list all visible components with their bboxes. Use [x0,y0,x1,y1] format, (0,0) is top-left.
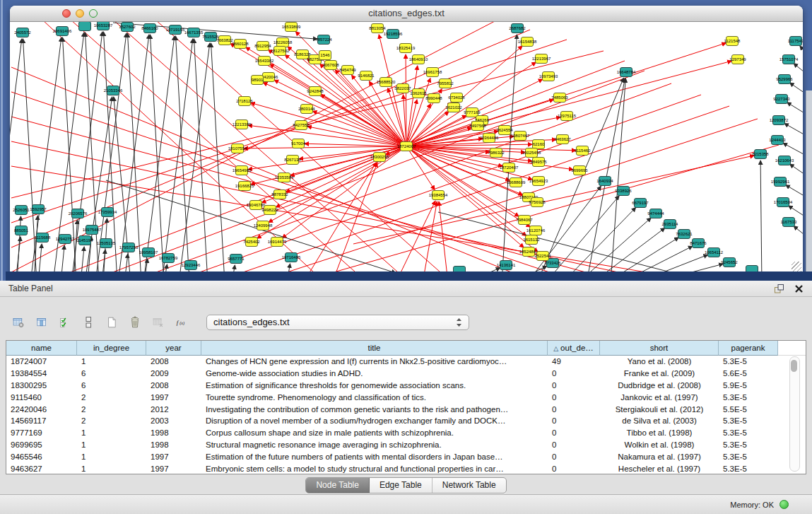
graph-node[interactable]: 12093872 [770,116,789,125]
tab-node-table[interactable]: Node Table [306,478,370,493]
graph-node[interactable]: 9338926 [615,187,632,196]
table-cell[interactable]: 1 [77,451,146,463]
table-cell[interactable]: Jankovic et al. (1997) [600,392,719,404]
graph-node[interactable]: 1615132 [523,235,540,245]
table-cell[interactable]: 5.3E-5 [719,392,778,404]
graph-node[interactable]: 10719155 [166,25,185,35]
graph-node[interactable]: 10688609 [507,178,526,187]
table-cell[interactable]: 2008 [146,380,201,392]
table-row[interactable]: 1456911722003Disruption of a novel membe… [6,415,806,427]
graph-node[interactable]: 18127502 [271,47,290,56]
graph-node[interactable]: 9245652 [721,258,738,267]
table-cell[interactable]: Yano et al. (2008) [600,356,719,368]
graph-node[interactable]: 8215358 [752,150,769,159]
graph-node[interactable]: 9146821 [358,71,375,81]
graph-node[interactable]: 15751074 [779,55,799,64]
table-cell[interactable]: Stergiakouli et al. (2012) [600,404,719,416]
graph-node[interactable]: 16543382 [255,57,274,66]
table-cell[interactable]: 1997 [146,463,201,475]
graph-node[interactable]: 1297349 [729,55,746,64]
graph-node[interactable]: 2935114 [662,220,679,229]
graph-node[interactable]: 9699695 [571,166,588,175]
graph-node[interactable]: 62160 [533,140,546,149]
table-cell[interactable]: Tibbo et al. (1998) [600,427,719,439]
table-cell[interactable]: 2009 [146,368,201,380]
column-header-in_degree[interactable]: in_degree [77,341,146,356]
delete-table-icon[interactable] [148,313,168,332]
graph-node[interactable]: 9242848 [307,87,324,96]
table-cell[interactable]: 49 [548,356,600,368]
graph-node[interactable]: 19716485 [282,253,301,262]
table-cell[interactable]: Corpus callosum shape and size in male p… [201,427,548,439]
graph-node[interactable]: 1546 [319,51,331,60]
graph-node[interactable]: 1640934 [596,177,613,186]
graph-node[interactable]: 6734028 [448,93,465,103]
column-header-year[interactable]: year [146,341,201,356]
table-cell[interactable]: 18724007 [6,356,77,368]
graph-node[interactable]: 8454749 [339,66,356,75]
network-view-window[interactable]: citations_edges.txt 24055722069140610653… [10,6,803,273]
table-cell[interactable]: 0 [548,463,600,475]
graph-node[interactable]: 17016504 [774,198,793,207]
column-header-short[interactable]: short [600,341,719,356]
table-cell[interactable]: 0 [548,368,600,380]
table-row[interactable]: 1830029562008Estimation of significance … [6,380,806,392]
graph-node[interactable]: 1145194 [77,236,94,245]
table-cell[interactable]: 19384554 [6,368,77,380]
table-cell[interactable]: 1997 [146,392,201,404]
table-cell[interactable]: 9465546 [6,451,77,463]
graph-node[interactable]: 2718126 [236,97,253,106]
graph-node[interactable]: 8990448 [425,94,442,103]
window-resize-grip[interactable] [792,262,801,271]
table-cell[interactable]: 2012 [146,404,201,416]
table-cell[interactable]: 0 [548,415,600,427]
graph-node[interactable]: 16120746 [526,226,546,235]
graph-node[interactable]: 9463627 [554,135,571,144]
table-mode-icon[interactable] [8,313,28,332]
graph-node[interactable]: 917004 [291,139,306,148]
scrollbar-thumb[interactable] [791,360,797,372]
float-panel-icon[interactable] [774,284,784,294]
table-cell[interactable]: 0 [548,392,600,404]
network-table-selector[interactable]: citations_edges.txt [206,315,469,330]
toggle-rows-icon[interactable] [78,313,98,332]
graph-node[interactable]: 9474444 [647,209,664,218]
graph-node[interactable]: 7857224 [315,35,332,45]
table-cell[interactable]: 1998 [146,427,201,439]
graph-node[interactable]: 2526051 [13,206,30,215]
table-cell[interactable]: 2 [77,415,146,427]
table-cell[interactable]: 0 [548,404,600,416]
table-cell[interactable]: 0 [548,451,600,463]
graph-node[interactable]: 1244413 [769,136,786,145]
table-cell[interactable]: 9777169 [6,427,77,439]
graph-node[interactable]: 885051 [14,226,29,235]
graph-node[interactable]: 5822037 [394,84,411,93]
table-cell[interactable]: 14569117 [6,415,77,427]
graph-node[interactable]: 16671355 [184,28,204,37]
table-cell[interactable]: 0 [548,380,600,392]
table-cell[interactable]: 1997 [146,451,201,463]
zoom-window-button[interactable] [89,9,98,18]
table-cell[interactable]: 5.3E-5 [719,463,778,475]
delete-columns-icon[interactable] [125,313,145,332]
graph-node[interactable]: 10653287 [94,22,113,30]
graph-node[interactable]: 20691406 [53,27,72,36]
graph-node[interactable]: 1121548 [724,37,741,46]
graph-node[interactable]: 7984067 [516,216,533,225]
table-cell[interactable]: Changes of HCN gene expression and I(f) … [201,356,548,368]
graph-node[interactable]: 10654112 [705,248,724,257]
table-cell[interactable]: 9463627 [6,463,77,475]
table-cell[interactable]: 9115460 [6,392,77,404]
table-cell[interactable]: Franke et al. (2009) [600,368,719,380]
table-cell[interactable]: 6 [77,368,146,380]
table-row[interactable]: 946554611997Estimation of the future num… [6,451,806,463]
table-cell[interactable]: Genome-wide association studies in ADHD. [201,368,548,380]
table-row[interactable]: 969969511998Structural magnetic resonanc… [6,439,806,451]
graph-node[interactable]: 7663822 [216,36,233,45]
table-row[interactable]: 911546021997Tourette syndrome. Phenomeno… [6,392,806,404]
graph-node[interactable]: 2067608 [322,61,339,70]
graph-node[interactable]: 6497568 [469,122,486,131]
table-cell[interactable]: 5.3E-5 [719,415,778,427]
graph-node[interactable]: 9227343 [773,95,790,104]
graph-node[interactable]: 9756928 [529,198,546,207]
